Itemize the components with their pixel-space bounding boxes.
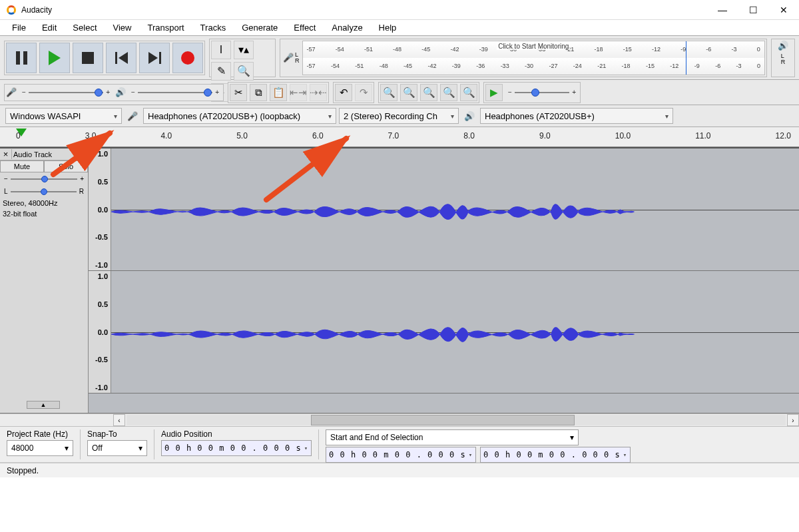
microphone-icon: 🎤 <box>125 111 140 121</box>
chevron-down-icon: ▾ <box>328 113 332 120</box>
skip-to-end-button[interactable] <box>139 43 170 73</box>
snap-to-dropdown[interactable]: Off▾ <box>87 440 147 456</box>
track-format-info: Stereo, 48000Hz <box>0 198 88 208</box>
recording-device-label: Headphones (AT2020USB+) (loopback) <box>148 111 300 121</box>
menu-help[interactable]: Help <box>371 21 405 34</box>
pan-slider[interactable] <box>11 191 77 192</box>
undo-button[interactable]: ↶ <box>335 84 352 101</box>
menu-file[interactable]: File <box>4 21 34 34</box>
project-rate-label: Project Rate (Hz) <box>7 429 73 439</box>
playback-volume-slider[interactable]: − + <box>129 86 222 99</box>
copy-button[interactable]: ⧉ <box>250 84 267 101</box>
selection-end-field[interactable]: 0 0 h 0 0 m 0 0 . 0 0 0 s▾ <box>480 447 631 463</box>
microphone-icon: 🎤 <box>6 87 17 97</box>
amplitude-scale: 1.0 0.5 0.0 -0.5 -1.0 <box>89 271 111 393</box>
mixer-toolbar: 🎤 − + 🔊 − + <box>4 84 224 101</box>
amplitude-scale: 1.0 0.5 0.0 -0.5 -1.0 <box>89 148 111 270</box>
menu-effect[interactable]: Effect <box>286 21 324 34</box>
transport-toolbar <box>4 41 205 75</box>
menu-generate[interactable]: Generate <box>234 21 286 34</box>
track-collapse-button[interactable]: ▲ <box>27 401 60 409</box>
track-sample-info: 32-bit float <box>0 208 88 219</box>
speaker-icon: 🔊 <box>115 87 126 97</box>
chevron-down-icon: ▾ <box>665 113 668 120</box>
envelope-tool-button[interactable]: ▾▴ <box>234 41 254 59</box>
selection-tool-button[interactable]: I <box>211 41 231 59</box>
meter-click-message: Click to Start Monitoring <box>497 43 570 50</box>
fit-selection-button[interactable]: 🔍 <box>420 84 437 101</box>
silence-button[interactable]: ⇢⇠ <box>310 84 327 101</box>
scroll-right-button[interactable]: › <box>787 414 799 426</box>
track-control-panel[interactable]: × Audio Track ▾ Mute Solo − + L R Stereo… <box>0 147 89 413</box>
app-icon <box>5 4 17 16</box>
menu-select[interactable]: Select <box>65 21 105 34</box>
play-at-speed-slider[interactable]: − + <box>505 86 579 99</box>
audio-position-field[interactable]: 0 0 h 0 0 m 0 0 . 0 0 0 s▾ <box>161 440 312 456</box>
speaker-icon: 🔊 <box>461 111 477 121</box>
audio-host-dropdown[interactable]: Windows WASAPI ▾ <box>5 108 122 124</box>
cut-button[interactable]: ✂ <box>230 84 247 101</box>
recording-channels-dropdown[interactable]: 2 (Stereo) Recording Ch ▾ <box>339 108 459 124</box>
solo-button[interactable]: Solo <box>44 160 88 172</box>
gain-slider[interactable] <box>11 178 77 180</box>
recording-channels-label: 2 (Stereo) Recording Ch <box>344 111 437 121</box>
menu-bar: File Edit Select View Transport Tracks G… <box>0 20 799 36</box>
undo-toolbar: ↶ ↷ <box>333 82 374 103</box>
mute-button[interactable]: Mute <box>0 160 44 172</box>
timeline-ruler[interactable]: 0 3.0 4.0 5.0 6.0 7.0 8.0 9.0 10.0 11.0 … <box>0 127 799 147</box>
draw-tool-button[interactable]: ✎ <box>211 62 231 81</box>
snap-to-label: Snap-To <box>87 429 147 439</box>
playback-device-dropdown[interactable]: Headphones (AT2020USB+) ▾ <box>480 108 673 124</box>
status-text: Stopped. <box>7 466 39 475</box>
selection-mode-dropdown[interactable]: Start and End of Selection▾ <box>326 429 579 445</box>
track-dropdown-button[interactable]: ▾ <box>79 149 88 159</box>
stop-button[interactable] <box>73 43 103 73</box>
menu-edit[interactable]: Edit <box>34 21 65 34</box>
window-minimize-button[interactable]: — <box>707 0 738 20</box>
speaker-icon: 🔊 <box>778 41 788 51</box>
playback-device-label: Headphones (AT2020USB+) <box>485 111 595 121</box>
menu-tracks[interactable]: Tracks <box>192 21 234 34</box>
edit-toolbar: ✂ ⧉ 📋 ⇤⇥ ⇢⇠ <box>228 82 329 103</box>
waveform-channel-left[interactable]: 1.0 0.5 0.0 -0.5 -1.0 <box>89 148 799 271</box>
recording-volume-slider[interactable]: − + <box>19 86 113 99</box>
menu-view[interactable]: View <box>105 21 140 34</box>
window-close-button[interactable]: ✕ <box>768 0 799 20</box>
window-maximize-button[interactable]: ☐ <box>738 0 768 20</box>
zoom-toolbar: 🔍 🔍 🔍 🔍 🔍 <box>378 82 479 103</box>
zoom-in-button[interactable]: 🔍 <box>380 84 398 101</box>
scroll-left-button[interactable]: ‹ <box>113 414 125 426</box>
menu-analyze[interactable]: Analyze <box>324 21 370 34</box>
skip-to-start-button[interactable] <box>106 43 136 73</box>
horizontal-scrollbar[interactable]: ‹ › <box>0 413 799 427</box>
zoom-out-button[interactable]: 🔍 <box>400 84 417 101</box>
zoom-toggle-button[interactable]: 🔍 <box>460 84 477 101</box>
paste-button[interactable]: 📋 <box>270 84 287 101</box>
play-at-speed-button[interactable]: ▶ <box>485 84 503 101</box>
chevron-down-icon: ▾ <box>114 113 117 120</box>
window-title: Audacity <box>21 5 52 15</box>
zoom-tool-button[interactable]: 🔍 <box>234 62 254 81</box>
chevron-down-icon: ▾ <box>451 113 454 120</box>
record-button[interactable] <box>172 43 203 73</box>
waveform-channel-right[interactable]: 1.0 0.5 0.0 -0.5 -1.0 <box>89 271 799 394</box>
track-name[interactable]: Audio Track <box>12 150 79 158</box>
play-button[interactable] <box>39 43 70 73</box>
pause-button[interactable] <box>6 43 37 73</box>
audio-position-label: Audio Position <box>161 429 312 439</box>
selection-start-field[interactable]: 0 0 h 0 0 m 0 0 . 0 0 0 s▾ <box>326 447 476 463</box>
playback-meter-toolbar-icon: 🔊 LR <box>771 39 795 77</box>
project-rate-dropdown[interactable]: 48000▾ <box>7 440 73 456</box>
redo-button[interactable]: ↷ <box>355 84 372 101</box>
track-close-button[interactable]: × <box>0 149 12 159</box>
recording-device-dropdown[interactable]: Headphones (AT2020USB+) (loopback) ▾ <box>143 108 336 124</box>
recording-meter-toolbar: 🎤 LR -57-54-51 -48-45-42 -39-36-33 Click… <box>280 39 767 77</box>
recording-meter[interactable]: -57-54-51 -48-45-42 -39-36-33 Click to S… <box>302 41 766 75</box>
audio-host-label: Windows WASAPI <box>10 111 81 121</box>
tools-toolbar: I ▾▴ ✎ 🔍 ↔ ✳ <box>209 39 276 77</box>
microphone-icon: 🎤 <box>283 53 294 63</box>
fit-project-button[interactable]: 🔍 <box>440 84 457 101</box>
menu-transport[interactable]: Transport <box>139 21 192 34</box>
scroll-thumb[interactable] <box>311 415 575 425</box>
trim-button[interactable]: ⇤⇥ <box>290 84 307 101</box>
